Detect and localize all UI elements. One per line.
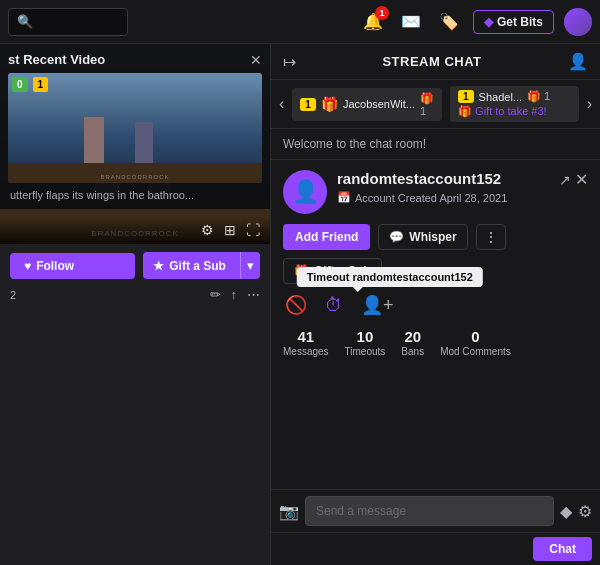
video-controls: ⚙ ⊞ ⛶ [0,216,270,244]
user-card-close[interactable]: ✕ [575,170,588,189]
more-options-icon[interactable]: ⋯ [247,287,260,302]
chat-settings-icon[interactable]: 👤 [568,52,588,71]
follow-button[interactable]: ♥ Follow [10,253,135,279]
main-content: BRANDCODRROCK st Recent Video ✕ 0 [0,44,600,565]
layout-icon[interactable]: ⊞ [224,222,236,238]
chat-message-input[interactable] [305,496,554,526]
fullscreen-icon[interactable]: ⛶ [246,222,260,238]
account-created: 📅 Account Created April 28, 2021 [337,191,549,204]
inbox-icon[interactable]: 🏷️ [435,8,463,36]
chat-send-icons: ◆ ⚙ [560,502,592,521]
settings-send-icon[interactable]: ⚙ [578,502,592,521]
video-container: BRANDCODRROCK st Recent Video ✕ 0 [0,44,270,244]
chat-bubble-icon: 💬 [389,230,404,244]
add-mod-button[interactable]: 👤+ [359,292,396,318]
stat-messages-label: Messages [283,346,329,357]
edit-icon[interactable]: ✏ [210,287,221,302]
video-description: utterfly flaps its wings in the bathroo.… [8,189,262,201]
chevron-down-icon: ▾ [247,258,254,273]
top-nav: 🔍 🔔 1 ✉️ 🏷️ ◆ Get Bits [0,0,600,44]
stats-row: 41 Messages 10 Timeouts 20 Bans 0 Mod Co… [283,328,588,357]
stat-timeouts-num: 10 [345,328,386,345]
recent-video-panel: st Recent Video ✕ 0 1 BRANDCODRROCK [0,44,270,209]
ban-icon-container: 🚫 [283,292,309,318]
stat-mod-comments-num: 0 [440,328,511,345]
stat-timeouts: 10 Timeouts [345,328,386,357]
calendar-icon: 📅 [337,191,351,204]
stat-messages: 41 Messages [283,328,329,357]
username: randomtestaccount152 [337,170,549,188]
notifications-icon[interactable]: 🔔 1 [359,8,387,36]
right-panel: ↦ STREAM CHAT 👤 ‹ 1 🎁 JacobsenWit... 🎁 1… [270,44,600,565]
recent-video-title: st Recent Video [8,52,105,67]
more-actions-button[interactable]: ⋮ [476,224,506,250]
gift-next-arrow[interactable]: › [583,95,596,113]
chat-send-button[interactable]: Chat [533,537,592,561]
video-thumbnail[interactable]: 0 1 BRANDCODRROCK [8,73,262,183]
nav-icons: 🔔 1 ✉️ 🏷️ ◆ Get Bits [359,8,592,36]
gift-bar: ‹ 1 🎁 JacobsenWit... 🎁 1 1 Shadel... 🎁 1… [271,80,600,129]
timeout-tooltip: Timeout randomtestaccount152 [297,267,483,287]
diamond-icon: ◆ [484,15,493,29]
diamond-send-icon[interactable]: ◆ [560,502,572,521]
timeout-button[interactable]: ⏱ [323,293,345,318]
stat-mod-comments: 0 Mod Comments [440,328,511,357]
ban-button[interactable]: 🚫 [283,292,309,318]
gift-item-1[interactable]: 1 🎁 JacobsenWit... 🎁 1 [292,88,442,121]
chat-header: ↦ STREAM CHAT 👤 [271,44,600,80]
card-buttons: Add Friend 💬 Whisper ⋮ [283,224,588,250]
stat-bans-label: Bans [401,346,424,357]
heart-icon: ♥ [24,259,31,273]
search-icon: 🔍 [17,14,33,29]
star-icon: ★ [153,259,164,273]
notification-badge: 1 [375,6,389,20]
stat-bans: 20 Bans [401,328,424,357]
left-panel: BRANDCODRROCK st Recent Video ✕ 0 [0,44,270,565]
stat-timeouts-label: Timeouts [345,346,386,357]
get-bits-button[interactable]: ◆ Get Bits [473,10,554,34]
stat-bans-num: 20 [401,328,424,345]
user-avatar-nav[interactable] [564,8,592,36]
timeout-icon-container: Timeout randomtestaccount152 ⏱ [323,293,345,318]
settings-icon[interactable]: ⚙ [201,222,214,238]
user-info: randomtestaccount152 📅 Account Created A… [337,170,549,204]
gift-sub-container: ★ Gift a Sub ▾ [143,252,260,279]
add-friend-button[interactable]: Add Friend [283,224,370,250]
gift-sub-dropdown[interactable]: ▾ [240,252,260,279]
sub-count: 2 [10,289,16,301]
stat-messages-num: 41 [283,328,329,345]
external-link-icon[interactable]: ↗ [559,172,571,188]
chat-input-row: 📷 ◆ ⚙ [271,489,600,532]
user-card-avatar: 👤 [283,170,327,214]
share-icon[interactable]: ↑ [231,287,238,302]
welcome-message: Welcome to the chat room! [271,129,600,160]
sub-row: 2 ✏ ↑ ⋯ [0,287,270,308]
chat-back-icon[interactable]: ↦ [283,52,296,71]
camera-icon: 📷 [279,502,299,521]
gift-item-2[interactable]: 1 Shadel... 🎁 1 🎁 Gift to take #3! [450,86,579,122]
whisper-button[interactable]: 💬 Whisper [378,224,467,250]
chat-title: STREAM CHAT [382,54,481,69]
card-actions-top: ↗ ✕ [559,170,588,189]
chat-button-row: Chat [271,532,600,565]
search-input[interactable] [39,15,119,29]
bottom-actions: ♥ Follow ★ Gift a Sub ▾ [0,244,270,287]
recent-video-close[interactable]: ✕ [250,53,262,67]
gift-sub-button[interactable]: ★ Gift a Sub [143,252,240,279]
stat-mod-comments-label: Mod Comments [440,346,511,357]
user-card: 👤 randomtestaccount152 📅 Account Created… [271,160,600,489]
messages-icon[interactable]: ✉️ [397,8,425,36]
mod-icons-row: 🚫 Timeout randomtestaccount152 ⏱ 👤+ [283,292,588,318]
search-box[interactable]: 🔍 [8,8,128,36]
gift-prev-arrow[interactable]: ‹ [275,95,288,113]
